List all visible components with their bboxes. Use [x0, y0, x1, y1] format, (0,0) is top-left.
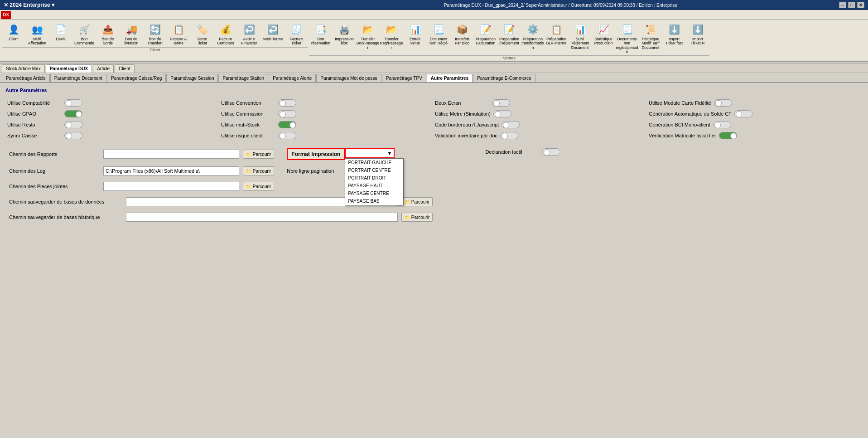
chemin-rapports-input[interactable]	[103, 150, 239, 159]
chemin-pieces-jointes-input[interactable]	[103, 182, 239, 191]
toolbar-preparation-transformation[interactable]: ⚙️ Préparation transformation	[521, 21, 545, 51]
toolbar-client[interactable]: 👤 Client	[2, 21, 25, 43]
toggle-code-bordereau[interactable]	[502, 121, 520, 128]
toggle-utilise-commission[interactable]	[278, 110, 296, 117]
tab-autre-parametres[interactable]: Autre Paramètres	[427, 74, 473, 82]
toolbar-suivi-reglement[interactable]: 📊 Suivi Règlement Document	[568, 21, 592, 51]
content-tab-bar: Paramétrage Article Paramétrage Document…	[0, 73, 868, 83]
toolbar-group-client: 👤 Client 👥 Multi Affectation 📄 Devis 🛒 B…	[2, 21, 308, 52]
toggle-generation-solde-cf[interactable]	[734, 110, 752, 117]
toolbar-statistique-production[interactable]: 📈 Statistique Production	[592, 21, 615, 47]
chemin-log-input[interactable]	[103, 166, 239, 175]
chemin-log-row: Chemin des Log 📁 Parcourir Nbre ligne pa…	[4, 165, 864, 177]
format-option-paysage-bas[interactable]: PAYSAGE BAS	[345, 197, 403, 205]
toolbar-bon-reservation[interactable]: 📑 Bon réservation	[309, 21, 333, 47]
close-button[interactable]: ✕	[857, 2, 864, 8]
toggle-utilise-comptabilite[interactable]	[64, 99, 82, 107]
browse-pieces-jointes-button[interactable]: 📁 Parcourir	[243, 182, 274, 191]
bon-livraison-icon: 🚚	[124, 22, 139, 37]
format-option-portrait-gauche[interactable]: PORTRAIT GAUCHE	[345, 159, 403, 166]
toolbar-devis[interactable]: 📄 Devis	[49, 21, 72, 43]
toolbar-multi-affectation[interactable]: 👥 Multi Affectation	[25, 21, 49, 47]
toolbar-bon-transfert[interactable]: 🔄 Bon de Transfert	[143, 21, 167, 47]
format-dropdown-list: PORTRAIT GAUCHE PORTRAIT CENTRE PORTRAIT…	[345, 158, 404, 205]
tab-parametrage-station[interactable]: Paramétrage Station	[218, 74, 268, 82]
toggle-utilise-resto[interactable]	[64, 121, 82, 128]
tab-parametrage-alerte[interactable]: Paramétrage Alerte	[269, 74, 316, 82]
browse-log-button[interactable]: 📁 Parcourir	[243, 166, 274, 175]
toolbar-impression-bloc[interactable]: 🖨️ Impression bloc	[333, 21, 356, 47]
param-utilise-carte-fidelite: Utilise Module Carte Fidélité	[649, 99, 861, 107]
chemin-bases-historique-input[interactable]	[126, 213, 398, 222]
tab-parametrage-ecommerce[interactable]: Paramétrage E-Commerce	[473, 74, 535, 82]
toggle-synro-caisse[interactable]	[64, 132, 82, 139]
tab-parametrage-tpv[interactable]: Paramétrage TPV	[382, 74, 426, 82]
browse-rapports-button[interactable]: 📁 Parcourir	[243, 150, 274, 159]
toggle-validation-inventaire[interactable]	[500, 132, 518, 139]
tab-parametrage-document[interactable]: Paramétrage Document	[50, 74, 106, 82]
toggle-verification-matricule[interactable]	[719, 132, 737, 139]
toolbar-document-non-regle[interactable]: 📃 Document Non Réglé	[427, 21, 450, 47]
bon-transfert-icon: 🔄	[148, 22, 162, 37]
toggle-declaration-tactil[interactable]	[542, 148, 560, 156]
maximize-button[interactable]: □	[848, 2, 855, 8]
toggle-utilise-metre[interactable]	[493, 110, 511, 117]
toolbar-avoir-financier[interactable]: ↩️ Avoir A Financier	[237, 21, 261, 47]
toggle-utilise-muti-stock[interactable]	[278, 121, 296, 128]
toggle-utilise-convention[interactable]	[278, 99, 296, 107]
toolbar-vente-ticket[interactable]: 🏷️ Vente Ticket	[190, 21, 214, 47]
toolbar-import-ticket-r[interactable]: ⬇️ Import Ticket R	[686, 21, 709, 47]
toolbar-facture-ticket[interactable]: 🧾 Facture Ticket	[285, 21, 308, 47]
toggle-utilise-risque-client[interactable]	[278, 132, 296, 139]
chemin-pieces-jointes-row: Chemin des Pieces jointes 📁 Parcourir	[4, 180, 864, 193]
toggle-generation-bci[interactable]	[713, 121, 731, 128]
toolbar-import-ticket-fast[interactable]: ⬇️ Import Ticket fast	[662, 21, 686, 47]
statistique-production-icon: 📈	[596, 22, 611, 37]
toolbar-facture-comptant[interactable]: 💰 Facture Comptant	[214, 21, 237, 47]
client-icon: 👤	[6, 22, 21, 37]
bon-commande-icon: 🛒	[77, 22, 92, 37]
param-utilise-comptabilite: Utilise Comptabilité	[7, 99, 219, 107]
param-utilise-resto: Utilise Resto	[7, 121, 219, 128]
format-option-portrait-centre[interactable]: PORTRAIT CENTRE	[345, 166, 403, 174]
toggle-utilise-gpao[interactable]	[64, 110, 82, 117]
tab-parametrages-mot-passe[interactable]: Parametrages Mot de passe	[316, 74, 381, 82]
tab-parametrage-dux[interactable]: Paramétrage DUX	[46, 64, 92, 73]
toolbar-facture-terme[interactable]: 📋 Facture A terme	[167, 21, 190, 47]
toggle-deux-ecran[interactable]	[492, 99, 510, 107]
toolbar-transfert-par-bloc[interactable]: 📦 transfert Par Bloc	[450, 21, 474, 47]
toolbar-avoir-terme[interactable]: ↩️ Avoir Terme	[261, 21, 285, 43]
browse-bases-historique-button[interactable]: 📁 Parcourir	[401, 213, 433, 222]
tab-parametrage-session[interactable]: Paramétrage Session	[166, 74, 218, 82]
chemin-rapports-row: Chemin des Rapports 📁 Parcourir Format I…	[4, 146, 864, 162]
browse-bases-donnees-button[interactable]: 📁 Parcourir	[401, 197, 433, 206]
format-option-paysage-haut[interactable]: PAYSAGE HAUT	[345, 182, 403, 190]
toolbar-transfer-doc[interactable]: 📂 Transfer Doc/Passager	[356, 21, 380, 51]
toolbar-bon-livraison[interactable]: 🚚 Bon de livraison	[120, 21, 143, 47]
avoir-financier-icon: ↩️	[242, 22, 256, 37]
app-logo: DX	[1, 11, 11, 19]
toolbar-documents-non-regles[interactable]: 📃 Documents non réglés/periode	[615, 21, 639, 55]
toolbar-historique-modif[interactable]: 📜 Historique Modif Tarif Document	[639, 21, 662, 51]
param-utilise-gpao: Utilise GPAO	[7, 110, 219, 117]
format-option-portrait-droit[interactable]: PORTRAIT DROIT	[345, 174, 403, 182]
tab-parametrage-caisse[interactable]: Parametrage Caisse/Reg	[107, 74, 166, 82]
toolbar-extrait-vente[interactable]: 📊 Extrait Vente	[403, 21, 427, 47]
tab-client[interactable]: Client	[115, 64, 135, 73]
tab-article[interactable]: Article	[93, 64, 114, 73]
format-impression-label[interactable]: Format Impression	[287, 148, 345, 160]
tab-stock-article-max[interactable]: Stock Article Max	[2, 64, 45, 73]
toolbar-bon-commande[interactable]: 🛒 Bon Commande	[72, 21, 96, 47]
toolbar-bon-sortie[interactable]: 📤 Bon de Sortie	[96, 21, 120, 47]
import-ticket-fast-icon: ⬇️	[667, 22, 681, 37]
toolbar-preparation-blv[interactable]: 📋 Préparation BLV Interne	[545, 21, 568, 47]
minimize-button[interactable]: ─	[839, 2, 846, 8]
toolbar-transfer-reg[interactable]: 📂 Transfer Reg/Passager	[380, 21, 403, 51]
tab-parametrage-article[interactable]: Paramétrage Article	[2, 74, 50, 82]
toolbar-preparation-reglement[interactable]: 📝 Preparation /Règlement	[497, 21, 521, 47]
format-dropdown-trigger[interactable]: ▼	[345, 148, 395, 158]
vente-ticket-icon: 🏷️	[195, 22, 209, 37]
format-option-paysage-centre[interactable]: PAYSAGE CENTRE	[345, 190, 403, 197]
toggle-utilise-carte-fidelite[interactable]	[714, 99, 732, 107]
toolbar-preparation-facturation[interactable]: 📝 Preparation Facturation	[474, 21, 497, 47]
